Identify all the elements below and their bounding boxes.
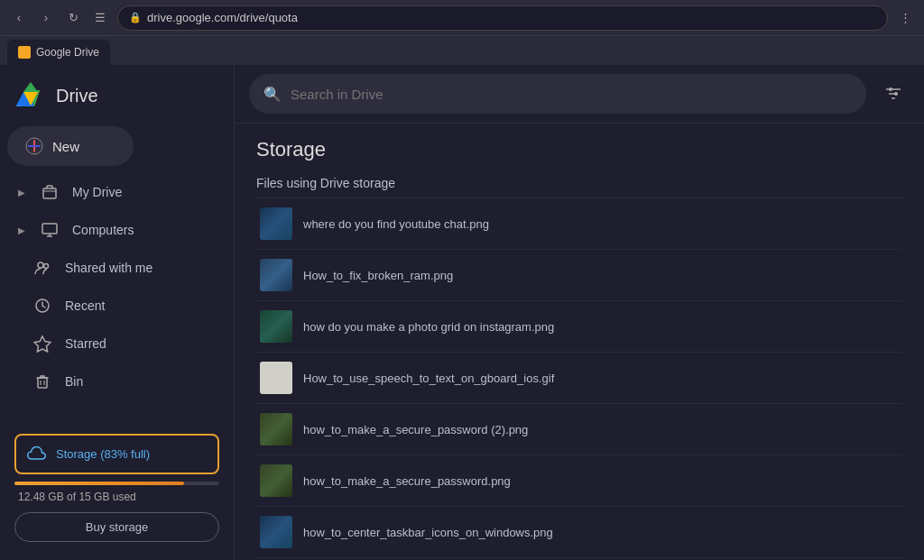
svg-rect-15	[43, 188, 56, 198]
file-list: where do you find youtube chat.pngHow_to…	[256, 197, 902, 560]
svg-rect-33	[260, 310, 292, 343]
sidebar-label-recent: Recent	[65, 298, 105, 313]
storage-item[interactable]: Storage (83% full)	[14, 434, 219, 474]
lock-icon: 🔒	[129, 12, 142, 23]
my-drive-icon	[40, 182, 60, 202]
sidebar-label-my-drive: My Drive	[72, 185, 122, 199]
expand-arrow-computers: ▶	[18, 225, 25, 235]
reload-button[interactable]: ↻	[63, 8, 83, 28]
starred-icon	[32, 334, 52, 353]
svg-rect-36	[260, 464, 292, 497]
search-input[interactable]	[291, 87, 852, 102]
file-thumbnail	[260, 310, 292, 343]
search-icon: 🔍	[263, 86, 282, 103]
file-name: where do you find youtube chat.png	[303, 217, 489, 231]
computers-icon	[40, 220, 60, 240]
logo-text: Drive	[56, 86, 98, 106]
file-thumbnail	[260, 362, 292, 394]
storage-cloud-icon	[27, 445, 47, 464]
forward-button[interactable]: ›	[36, 8, 56, 28]
tab-title: Google Drive	[36, 46, 99, 59]
sidebar: Drive New ▶ My Drive ▶	[0, 65, 235, 560]
storage-bar-container	[14, 482, 219, 485]
svg-point-29	[889, 87, 892, 91]
file-item[interactable]: where do you find youtube chat.png	[256, 198, 902, 250]
back-button[interactable]: ‹	[9, 8, 29, 28]
active-tab[interactable]: Google Drive	[7, 40, 110, 65]
storage-content: Storage Files using Drive storage where …	[235, 124, 924, 560]
tab-bar: Google Drive	[0, 36, 924, 65]
svg-point-20	[44, 264, 49, 269]
svg-rect-23	[38, 378, 47, 388]
tab-favicon	[18, 46, 31, 59]
sidebar-label-computers: Computers	[72, 223, 134, 237]
top-bar: 🔍	[235, 65, 924, 124]
storage-used-text: 12.48 GB of 15 GB used	[14, 491, 219, 503]
menu-button[interactable]: ⋮	[895, 8, 915, 28]
storage-section: Storage (83% full) 12.48 GB of 15 GB use…	[7, 427, 226, 549]
svg-rect-31	[260, 207, 292, 240]
file-name: how_to_make_a_secure_password (2).png	[303, 423, 528, 436]
search-bar[interactable]: 🔍	[249, 74, 866, 114]
bin-icon	[32, 372, 52, 391]
file-name: how_to_make_a_secure_password.png	[303, 474, 511, 488]
file-name: How_to_use_speech_to_text_on_gboard_ios.…	[303, 372, 554, 385]
storage-bar	[14, 482, 184, 485]
svg-rect-16	[42, 224, 57, 234]
file-name: How_to_fix_broken_ram.png	[303, 269, 453, 282]
svg-rect-37	[260, 516, 292, 548]
buy-storage-button[interactable]: Buy storage	[14, 512, 219, 542]
new-button[interactable]: New	[7, 126, 134, 166]
file-item[interactable]: How_to_fix_broken_ram.png	[256, 250, 902, 301]
file-item[interactable]: how_to_center_taskbar_icons_on_windows.p…	[256, 507, 902, 558]
file-item[interactable]: how_to_make_a_secure_password.png	[256, 455, 902, 507]
app-container: Drive New ▶ My Drive ▶	[0, 65, 924, 560]
file-name: how do you make a photo grid on instagra…	[303, 320, 554, 334]
file-item[interactable]: how do you make a photo grid on instagra…	[256, 301, 902, 353]
bookmark-button[interactable]: ☰	[90, 8, 110, 28]
file-thumbnail	[260, 259, 292, 291]
main-content: 🔍 Storage Files using Drive storage wher…	[235, 65, 924, 560]
sidebar-item-my-drive[interactable]: ▶ My Drive	[7, 173, 226, 211]
svg-marker-22	[34, 336, 51, 352]
sidebar-item-bin[interactable]: Bin	[7, 363, 226, 400]
svg-rect-32	[260, 259, 292, 291]
filter-icon[interactable]	[877, 78, 910, 110]
storage-label: Storage (83% full)	[56, 447, 150, 461]
new-button-label: New	[52, 139, 79, 154]
sidebar-item-starred[interactable]: Starred	[7, 325, 226, 363]
sidebar-item-shared[interactable]: Shared with me	[7, 249, 226, 287]
address-bar[interactable]: 🔒 drive.google.com/drive/quota	[117, 5, 888, 31]
file-thumbnail	[260, 464, 292, 497]
sidebar-item-recent[interactable]: Recent	[7, 287, 226, 325]
sidebar-label-shared: Shared with me	[65, 261, 152, 275]
shared-icon	[32, 258, 52, 278]
drive-logo-icon	[14, 79, 47, 112]
svg-point-19	[38, 262, 43, 268]
plus-icon	[25, 137, 43, 155]
url-text: drive.google.com/drive/quota	[147, 11, 298, 24]
sidebar-label-bin: Bin	[65, 374, 83, 389]
drive-logo-area: Drive	[7, 76, 226, 126]
recent-icon	[32, 296, 52, 316]
svg-marker-11	[23, 82, 38, 92]
sidebar-label-starred: Starred	[65, 336, 106, 351]
sidebar-item-computers[interactable]: ▶ Computers	[7, 211, 226, 249]
file-name: how_to_center_taskbar_icons_on_windows.p…	[303, 526, 553, 539]
svg-rect-35	[260, 413, 292, 445]
expand-arrow-my-drive: ▶	[18, 188, 25, 197]
file-item[interactable]: how_to_make_a_secure_password (2).png	[256, 404, 902, 455]
file-thumbnail	[260, 516, 292, 548]
page-title: Storage	[256, 138, 902, 161]
file-thumbnail	[260, 413, 292, 445]
file-thumbnail	[260, 207, 292, 240]
browser-chrome: ‹ › ↻ ☰ 🔒 drive.google.com/drive/quota ⋮	[0, 0, 924, 36]
files-section-label: Files using Drive storage	[256, 176, 902, 190]
svg-rect-34	[260, 362, 292, 394]
file-item[interactable]: How_to_use_speech_to_text_on_gboard_ios.…	[256, 353, 902, 404]
svg-point-30	[894, 92, 898, 96]
